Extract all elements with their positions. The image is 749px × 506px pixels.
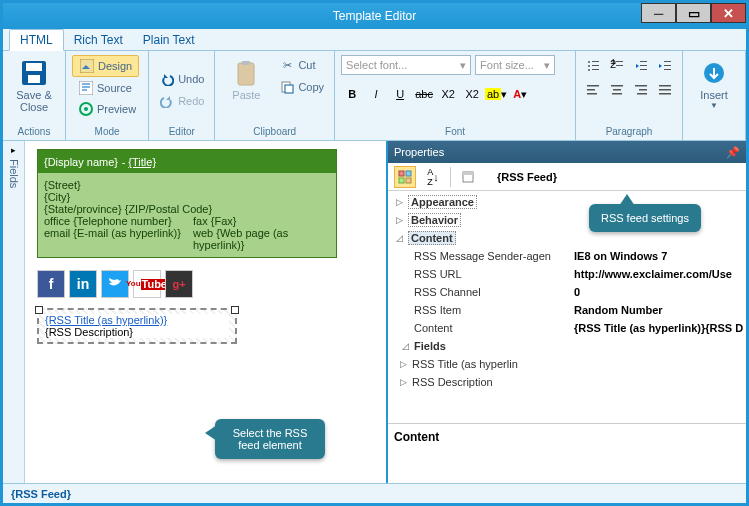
prop-content[interactable]: Content{RSS Title (as hyperlink)}{RSS D [388,319,746,337]
properties-toolbar: AZ↓ {RSS Feed} [388,163,746,191]
font-family-select[interactable]: Select font...▾ [341,55,471,75]
googleplus-icon[interactable]: g+ [165,270,193,298]
numbering-button[interactable]: 12 [606,55,628,77]
group-editor: Undo Redo Editor [149,51,215,140]
title-field: {Title} [128,156,156,168]
categorized-button[interactable] [394,166,416,188]
editor-canvas[interactable]: {Display name} - {Title} {Street} {City}… [25,141,386,483]
prop-field-rss-title[interactable]: ▷RSS Title (as hyperlin [388,355,746,373]
displayname-field: {Display name} [44,156,118,168]
workspace: ▸ Fields {Display name} - {Title} {Stree… [3,141,746,483]
source-button[interactable]: Source [72,78,138,98]
city-field: {City} [44,191,330,203]
underline-button[interactable]: U [389,83,411,105]
prop-field-rss-desc[interactable]: ▷RSS Description [388,373,746,391]
fontcolor-button[interactable]: A▾ [509,83,531,105]
undo-icon [159,71,175,87]
alphabetical-button[interactable]: AZ↓ [422,166,444,188]
svg-rect-18 [616,61,623,62]
minimize-button[interactable]: ─ [641,3,676,23]
property-description: Content [388,423,746,483]
app-window: Template Editor ─ ▭ ✕ HTML Rich Text Pla… [0,0,749,506]
indent-button[interactable] [654,55,676,77]
insert-button[interactable]: Insert ▼ [689,55,739,112]
align-left-button[interactable] [582,79,604,101]
outdent-button[interactable] [630,55,652,77]
group-paragraph: 12 Paragraph [576,51,683,140]
tab-html[interactable]: HTML [9,29,64,51]
group-mode-label: Mode [95,126,120,138]
fax-field: {Fax} [211,215,237,227]
svg-rect-40 [399,171,404,176]
svg-rect-4 [79,81,93,95]
align-justify-button[interactable] [654,79,676,101]
linkedin-icon[interactable]: in [69,270,97,298]
prop-rss-sender[interactable]: RSS Message Sender-agenIE8 on Windows 7 [388,247,746,265]
svg-rect-36 [659,85,671,87]
close-button[interactable]: ✕ [711,3,746,23]
bold-button[interactable]: B [341,83,363,105]
design-button[interactable]: Design [72,55,139,77]
signature-block[interactable]: {Display name} - {Title} {Street} {City}… [37,149,337,258]
svg-rect-24 [664,61,671,62]
redo-button[interactable]: Redo [155,91,208,111]
group-font-label: Font [445,126,465,138]
align-right-button[interactable] [630,79,652,101]
rss-description-field: {RSS Description} [45,326,229,338]
street-field: {Street} [44,179,330,191]
svg-rect-43 [406,178,411,183]
svg-rect-12 [592,61,599,62]
strike-button[interactable]: abc [413,83,435,105]
chevron-down-icon: ▾ [544,59,550,72]
bullets-button[interactable] [582,55,604,77]
property-pages-button[interactable] [457,166,479,188]
italic-button[interactable]: I [365,83,387,105]
copy-button[interactable]: Copy [275,77,328,97]
tab-richtext[interactable]: Rich Text [64,30,133,50]
fields-sidebar[interactable]: ▸ Fields [3,141,25,483]
chevron-down-icon: ▾ [460,59,466,72]
group-actions: Save & Close Actions [3,51,66,140]
undo-button[interactable]: Undo [155,69,208,89]
pin-icon[interactable]: 📌 [726,146,740,159]
save-close-label: Save & Close [16,89,51,113]
svg-rect-1 [26,63,42,71]
maximize-button[interactable]: ▭ [676,3,711,23]
svg-point-13 [588,65,590,67]
subscript-button[interactable]: X2 [437,83,459,105]
prop-rss-channel[interactable]: RSS Channel0 [388,283,746,301]
cut-button[interactable]: ✂ Cut [275,55,328,75]
twitter-icon[interactable] [101,270,129,298]
svg-rect-14 [592,65,599,66]
paste-button[interactable]: Paste [221,55,271,103]
svg-rect-37 [659,89,671,91]
save-close-button[interactable]: Save & Close [9,55,59,115]
facebook-icon[interactable]: f [37,270,65,298]
prop-rss-item[interactable]: RSS ItemRandom Number [388,301,746,319]
preview-icon [78,101,94,117]
tab-plaintext[interactable]: Plain Text [133,30,205,50]
svg-rect-38 [659,93,671,95]
group-clipboard: Paste ✂ Cut Copy Clipboard [215,51,335,140]
youtube-icon[interactable]: YouTube [133,270,161,298]
group-editor-label: Editor [169,126,195,138]
svg-point-11 [588,61,590,63]
svg-point-6 [84,107,88,111]
chevron-down-icon: ▼ [710,101,718,110]
svg-rect-31 [613,89,621,91]
svg-rect-22 [640,65,647,66]
svg-rect-23 [640,69,647,70]
font-size-select[interactable]: Font size...▾ [475,55,555,75]
superscript-button[interactable]: X2 [461,83,483,105]
align-center-button[interactable] [606,79,628,101]
preview-button[interactable]: Preview [72,99,142,119]
callout-select-rss: Select the RSS feed element [215,419,325,459]
properties-panel: Properties 📌 AZ↓ {RSS Feed} ▷Appearance … [386,141,746,483]
svg-rect-29 [587,93,597,95]
highlight-button[interactable]: ab▾ [485,83,507,105]
redo-icon [159,93,175,109]
prop-rss-url[interactable]: RSS URLhttp://www.exclaimer.com/Use [388,265,746,283]
category-fields[interactable]: ◿Fields [388,337,746,355]
svg-rect-21 [640,61,647,62]
rss-feed-element[interactable]: {RSS Title (as hyperlink)} {RSS Descript… [37,308,237,344]
